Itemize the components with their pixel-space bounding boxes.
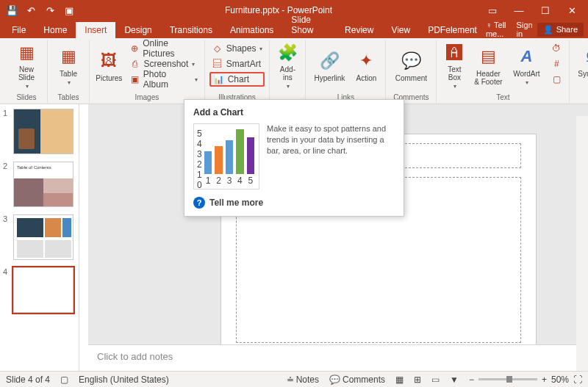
slide-thumbnail-1[interactable] <box>13 109 74 154</box>
action-button[interactable]: ✦ Action <box>351 41 381 90</box>
tab-design[interactable]: Design <box>115 22 160 38</box>
status-bar: Slide 4 of 4 ▢ English (United States) ≐… <box>0 371 588 387</box>
tab-view[interactable]: View <box>382 22 419 38</box>
hyperlink-button[interactable]: 🔗 Hyperlink <box>310 41 348 90</box>
fit-to-window-button[interactable]: ⛶ <box>573 375 582 385</box>
zoom-out-button[interactable]: − <box>469 375 474 385</box>
spell-check-icon[interactable]: ▢ <box>60 375 68 385</box>
tab-review[interactable]: Review <box>336 22 382 38</box>
addins-button[interactable]: 🧩 Add- ins ▾ <box>274 41 301 90</box>
start-slideshow-button[interactable]: ▣ <box>60 1 78 19</box>
tab-insert[interactable]: Insert <box>76 22 115 38</box>
notes-toggle[interactable]: ≐ Notes <box>287 375 319 385</box>
text-extra-1[interactable]: ⏱ <box>548 41 564 56</box>
hyperlink-icon: 🔗 <box>318 49 341 73</box>
comment-button[interactable]: 💬 Comment <box>390 41 431 90</box>
chart-tooltip: Add a Chart 543210 12345 Make it easy to… <box>184 99 404 217</box>
chart-icon: 📊 <box>213 73 225 85</box>
text-box-icon: 🅰 <box>442 41 466 64</box>
table-icon: ▦ <box>57 45 80 68</box>
tell-me-search[interactable]: ♀ Tell me... <box>486 21 512 38</box>
slide-thumbnail-4[interactable] <box>13 267 74 313</box>
tab-home[interactable]: Home <box>35 22 76 38</box>
normal-view-button[interactable]: ▦ <box>395 375 404 385</box>
chart-button[interactable]: 📊Chart <box>209 72 265 87</box>
new-slide-icon: ▦ <box>15 41 38 64</box>
header-footer-icon: ▤ <box>476 45 500 68</box>
undo-button[interactable]: ↶ <box>22 1 40 19</box>
addins-icon: 🧩 <box>276 41 299 64</box>
tab-pdfelement[interactable]: PDFelement <box>419 22 486 38</box>
group-addins: 🧩 Add- ins ▾ <box>270 40 306 103</box>
zoom-slider[interactable] <box>478 378 537 380</box>
reading-view-button[interactable]: ▭ <box>431 375 440 385</box>
group-comments: 💬 Comment Comments <box>386 40 437 103</box>
group-images: 🖼 Pictures ⊕Online Pictures ⎙Screenshot▾… <box>90 40 205 103</box>
close-button[interactable]: ✕ <box>559 0 585 21</box>
symbols-icon: Ω <box>580 45 588 68</box>
ribbon-options-button[interactable]: ▭ <box>479 0 506 21</box>
tell-me-more-link[interactable]: ? Tell me more <box>193 197 395 209</box>
shapes-button[interactable]: ◇Shapes▾ <box>209 41 265 56</box>
window-controls: ▭ — ☐ ✕ <box>479 0 585 21</box>
action-icon: ✦ <box>354 49 378 73</box>
table-button[interactable]: ▦ Table ▾ <box>52 41 85 90</box>
shapes-icon: ◇ <box>212 43 223 54</box>
tooltip-description: Make it easy to spot patterns and trends… <box>267 123 395 189</box>
tab-slideshow[interactable]: Slide Show <box>282 12 336 38</box>
share-button[interactable]: 👤Share <box>537 23 584 37</box>
pictures-icon: 🖼 <box>97 49 121 73</box>
photo-album-icon: ▣ <box>129 73 140 85</box>
text-extra-3[interactable]: ▢ <box>548 72 564 87</box>
header-footer-button[interactable]: ▤ Header & Footer <box>470 41 506 90</box>
redo-button[interactable]: ↷ <box>41 1 59 19</box>
minimize-button[interactable]: — <box>506 0 532 21</box>
vertical-scrollbar[interactable] <box>576 116 588 371</box>
new-slide-button[interactable]: ▦ New Slide ▾ <box>10 41 43 90</box>
zoom-level[interactable]: 50% <box>551 375 569 385</box>
tab-transitions[interactable]: Transitions <box>161 22 221 38</box>
help-icon: ? <box>193 197 205 209</box>
comment-icon: 💬 <box>399 49 423 73</box>
group-tables: ▦ Table ▾ Tables <box>48 40 90 103</box>
ribbon-tabs: File Home Insert Design Transitions Anim… <box>0 21 588 38</box>
object-icon: ▢ <box>551 73 562 85</box>
text-box-button[interactable]: 🅰 Text Box▾ <box>441 41 467 90</box>
tooltip-title: Add a Chart <box>193 107 395 117</box>
notes-pane[interactable]: Click to add notes <box>88 344 588 371</box>
smartart-icon: ⿳ <box>212 58 223 70</box>
tab-file[interactable]: File <box>3 22 35 38</box>
slide-number-icon: # <box>551 58 562 70</box>
comments-toggle[interactable]: 💬 Comments <box>329 375 385 385</box>
date-time-icon: ⏱ <box>551 43 562 54</box>
group-symbols: Ω Symbols▾ <box>570 40 588 103</box>
ribbon: ▦ New Slide ▾ Slides ▦ Table ▾ Tables 🖼 … <box>0 38 588 104</box>
smartart-button[interactable]: ⿳SmartArt <box>209 57 265 71</box>
save-button[interactable]: 💾 <box>3 1 21 19</box>
slide-thumbnail-2[interactable]: Table of Contents <box>13 162 74 207</box>
online-pictures-button[interactable]: ⊕Online Pictures <box>127 41 200 56</box>
tab-animations[interactable]: Animations <box>221 22 282 38</box>
text-extra-2[interactable]: # <box>548 57 564 71</box>
maximize-button[interactable]: ☐ <box>532 0 559 21</box>
window-title: Furniture.pptx - PowerPoint <box>78 5 479 15</box>
wordart-icon: A <box>514 45 538 68</box>
tooltip-chart-preview: 543210 12345 <box>193 123 259 189</box>
screenshot-icon: ⎙ <box>129 58 141 70</box>
sign-in-link[interactable]: Sign in <box>517 21 533 38</box>
slide-thumbnail-3[interactable] <box>13 214 74 260</box>
online-pictures-icon: ⊕ <box>129 43 140 54</box>
pictures-button[interactable]: 🖼 Pictures <box>94 41 124 90</box>
wordart-button[interactable]: A WordArt▾ <box>509 41 544 90</box>
photo-album-button[interactable]: ▣Photo Album▾ <box>127 72 200 87</box>
group-slides: ▦ New Slide ▾ Slides <box>6 40 48 103</box>
sorter-view-button[interactable]: ⊞ <box>414 375 421 385</box>
group-text: 🅰 Text Box▾ ▤ Header & Footer A WordArt▾… <box>437 40 570 103</box>
language-indicator[interactable]: English (United States) <box>79 375 169 385</box>
group-illustrations: ◇Shapes▾ ⿳SmartArt 📊Chart Illustrations <box>205 40 270 103</box>
zoom-control: − + 50% ⛶ <box>469 375 582 385</box>
slideshow-view-button[interactable]: ▼ <box>450 375 459 385</box>
symbols-button[interactable]: Ω Symbols▾ <box>574 41 588 90</box>
zoom-in-button[interactable]: + <box>542 375 547 385</box>
slide-indicator: Slide 4 of 4 <box>6 375 50 385</box>
